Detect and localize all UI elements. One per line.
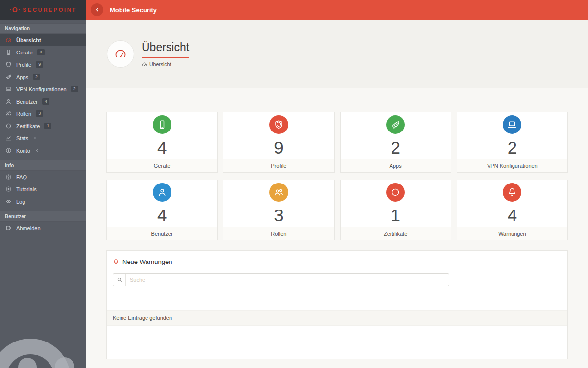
- panel-title: Neue Warnungen: [122, 258, 172, 265]
- sidebar-item-label: Tutorials: [16, 186, 37, 192]
- breadcrumb-label: Übersicht: [149, 61, 171, 67]
- card-value: 1: [341, 207, 451, 224]
- gauge-icon: [142, 62, 147, 67]
- sidebar-item-label: Zertifikate: [16, 123, 40, 129]
- securepoint-watermark-logo: [0, 313, 86, 368]
- sidebar-item-uebersicht[interactable]: Übersicht: [0, 34, 86, 46]
- card-geraete[interactable]: 4 Geräte: [106, 112, 218, 173]
- card-label: VPN Konfigurationen: [457, 159, 567, 172]
- sidebar-item-label: VPN Konfigurationen: [16, 86, 67, 92]
- bell-icon: [503, 183, 521, 202]
- card-zertifikate[interactable]: 1 Zertifikate: [340, 180, 451, 240]
- sidebar-section-info: Info: [0, 160, 86, 171]
- sidebar-item-rollen[interactable]: Rollen 3: [0, 107, 86, 120]
- count-badge: 2: [33, 74, 40, 80]
- sidebar-item-apps[interactable]: Apps 2: [0, 71, 86, 83]
- question-circle-icon: [5, 174, 12, 181]
- card-vpn-konfigurationen[interactable]: 2 VPN Konfigurationen: [457, 112, 568, 173]
- search-group: [113, 273, 449, 286]
- certificate-icon: [5, 123, 12, 130]
- count-badge: 2: [71, 86, 78, 92]
- chart-icon: [5, 135, 12, 142]
- sidebar-item-faq[interactable]: FAQ: [0, 171, 86, 183]
- card-warnungen[interactable]: 4 Warnungen: [457, 180, 568, 240]
- certificate-icon: [386, 183, 405, 202]
- search-zone: [107, 265, 567, 289]
- count-badge: 3: [36, 110, 43, 117]
- page-title: Übersicht: [142, 41, 189, 58]
- card-value: 4: [107, 207, 217, 224]
- sidebar-item-benutzer[interactable]: Benutzer 4: [0, 95, 86, 107]
- sidebar-item-geraete[interactable]: Geräte 4: [0, 46, 86, 58]
- card-label: Geräte: [107, 159, 217, 172]
- sidebar-item-stats[interactable]: Stats: [0, 132, 86, 144]
- count-badge: 9: [36, 61, 43, 68]
- card-value: 4: [457, 207, 567, 224]
- sidebar-item-profile[interactable]: Profile 9: [0, 58, 86, 71]
- card-benutzer[interactable]: 4 Benutzer: [106, 180, 218, 240]
- back-button[interactable]: [91, 3, 103, 16]
- code-icon: [5, 198, 12, 205]
- sidebar-item-label: Profile: [16, 62, 31, 68]
- card-rollen[interactable]: 3 Rollen: [223, 180, 334, 240]
- gauge-icon: [5, 37, 12, 44]
- users-icon: [270, 183, 288, 202]
- rocket-icon: [5, 74, 12, 80]
- card-label: Apps: [341, 159, 451, 172]
- sidebar-item-label: Geräte: [16, 50, 33, 55]
- sidebar-item-label: FAQ: [16, 174, 27, 180]
- sidebar-section-navigation: Navigation: [0, 23, 86, 34]
- count-badge: 4: [42, 98, 49, 105]
- sidebar-item-label: Stats: [16, 135, 28, 141]
- new-warnings-panel: Neue Warnungen Keine Einträge gefunden: [106, 250, 568, 359]
- chevron-left-icon: [94, 7, 100, 13]
- sidebar-item-konto[interactable]: Konto: [0, 144, 86, 157]
- page-header: Übersicht Übersicht: [86, 20, 588, 88]
- dashboard-cards: 4 Geräte 9 Profile 2 Apps: [106, 112, 568, 240]
- chevron-left-icon: [33, 136, 38, 141]
- sidebar-item-label: Apps: [16, 74, 28, 80]
- sidebar-item-log[interactable]: Log: [0, 195, 86, 208]
- card-label: Profile: [223, 159, 334, 172]
- info-circle-icon: [5, 147, 12, 154]
- card-value: 4: [107, 139, 217, 156]
- users-icon: [5, 110, 12, 117]
- chevron-left-icon: [35, 148, 40, 153]
- sidebar-item-tutorials[interactable]: Tutorials: [0, 183, 86, 195]
- shield-icon: [5, 61, 12, 68]
- laptop-icon: [503, 115, 521, 134]
- sidebar-item-label: Log: [16, 199, 25, 205]
- logo-brand-name: SECUREPOINT: [23, 7, 77, 13]
- card-label: Zertifikate: [341, 227, 451, 240]
- bell-icon: [113, 259, 119, 265]
- sidebar-item-label: Benutzer: [16, 99, 38, 105]
- empty-state-message: Keine Einträge gefunden: [107, 310, 567, 326]
- card-value: 2: [341, 139, 451, 156]
- sidebar: ·O· SECUREPOINT Navigation Übersicht Ger…: [0, 0, 86, 368]
- card-apps[interactable]: 2 Apps: [340, 112, 451, 173]
- card-label: Benutzer: [107, 227, 217, 240]
- card-value: 9: [223, 139, 334, 156]
- breadcrumb[interactable]: Übersicht: [142, 61, 189, 67]
- count-badge: 4: [37, 49, 45, 55]
- sidebar-item-vpn-konfigurationen[interactable]: VPN Konfigurationen 2: [0, 83, 86, 95]
- laptop-icon: [5, 86, 12, 93]
- card-profile[interactable]: 9 Profile: [223, 112, 334, 173]
- main-content: Übersicht Übersicht 4 Geräte: [86, 20, 588, 368]
- gauge-icon: [107, 40, 134, 68]
- play-circle-icon: [5, 186, 12, 193]
- sidebar-item-abmelden[interactable]: Abmelden: [0, 222, 86, 234]
- logo-o-mark: ·O·: [9, 6, 21, 14]
- rocket-icon: [386, 115, 405, 134]
- search-icon: [113, 274, 126, 286]
- sidebar-item-label: Konto: [16, 148, 30, 154]
- sidebar-section-benutzer: Benutzer: [0, 211, 86, 222]
- search-input[interactable]: [126, 274, 449, 286]
- topbar-title: Mobile Security: [110, 6, 157, 14]
- sidebar-item-zertifikate[interactable]: Zertifikate 1: [0, 120, 86, 132]
- logout-icon: [5, 225, 12, 232]
- card-value: 3: [223, 207, 334, 224]
- card-label: Warnungen: [457, 227, 567, 240]
- count-badge: 1: [44, 123, 51, 129]
- shield-icon: [270, 115, 288, 134]
